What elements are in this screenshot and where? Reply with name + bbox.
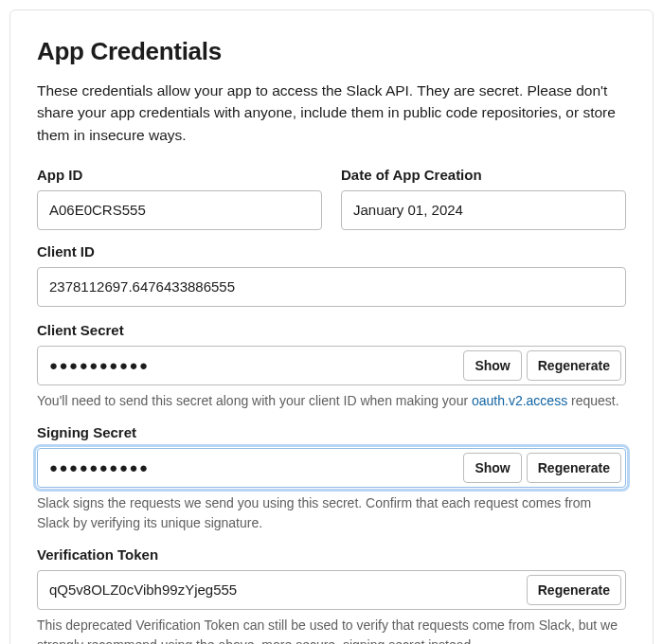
page-description: These credentials allow your app to acce… — [37, 80, 626, 146]
client-secret-regenerate-button[interactable]: Regenerate — [527, 350, 621, 381]
signing-secret-field-group: Signing Secret ●●●●●●●●●● Show Regenerat… — [37, 424, 626, 488]
date-created-input-wrap — [341, 190, 626, 230]
client-id-field-group: Client ID — [37, 243, 626, 307]
verification-token-regenerate-button[interactable]: Regenerate — [527, 575, 621, 605]
client-id-input[interactable] — [49, 268, 621, 306]
app-id-input[interactable] — [49, 191, 317, 229]
verification-token-helper: This deprecated Verification Token can s… — [37, 616, 626, 644]
signing-secret-label: Signing Secret — [37, 424, 626, 440]
client-id-label: Client ID — [37, 243, 626, 259]
signing-secret-show-button[interactable]: Show — [463, 453, 521, 483]
client-secret-show-button[interactable]: Show — [463, 350, 521, 381]
client-secret-label: Client Secret — [37, 322, 626, 338]
date-created-input[interactable] — [353, 191, 621, 229]
date-created-field-group: Date of App Creation — [341, 167, 626, 230]
app-id-input-wrap — [37, 190, 322, 230]
client-secret-masked: ●●●●●●●●●● — [49, 347, 150, 385]
signing-secret-masked: ●●●●●●●●●● — [49, 449, 150, 487]
page-title: App Credentials — [37, 37, 626, 66]
date-created-label: Date of App Creation — [341, 167, 626, 183]
verification-token-input-wrap: Regenerate — [37, 570, 626, 610]
signing-secret-regenerate-button[interactable]: Regenerate — [527, 453, 621, 483]
client-secret-helper: You'll need to send this secret along wi… — [37, 391, 626, 411]
oauth-access-link[interactable]: oauth.v2.access — [472, 393, 567, 408]
client-secret-field-group: Client Secret ●●●●●●●●●● Show Regenerate — [37, 322, 626, 385]
verification-token-input[interactable] — [49, 571, 527, 609]
signing-secret-helper: Slack signs the requests we send you usi… — [37, 493, 626, 533]
signing-secret-input-wrap: ●●●●●●●●●● Show Regenerate — [37, 448, 626, 488]
client-id-input-wrap — [37, 267, 626, 307]
app-id-field-group: App ID — [37, 167, 322, 230]
verification-token-label: Verification Token — [37, 546, 626, 563]
credentials-card: App Credentials These credentials allow … — [9, 9, 654, 644]
verification-token-field-group: Verification Token Regenerate — [37, 546, 626, 610]
client-secret-input-wrap: ●●●●●●●●●● Show Regenerate — [37, 346, 626, 385]
app-id-label: App ID — [37, 167, 322, 183]
